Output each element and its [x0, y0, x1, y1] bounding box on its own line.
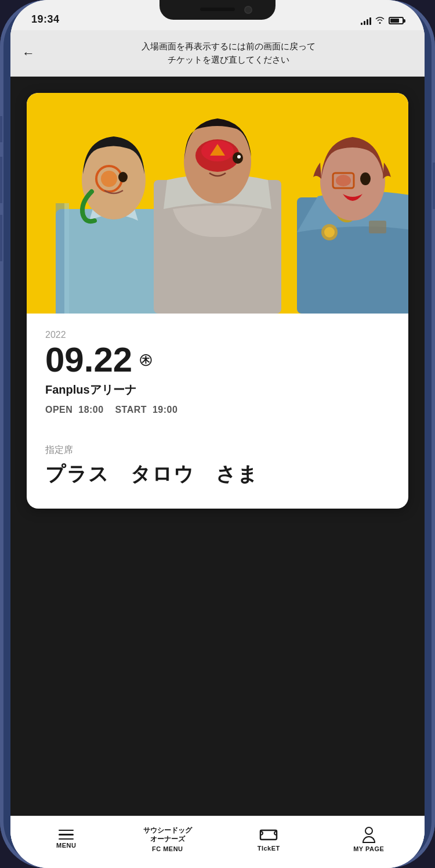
ticket-card: 2022 09.22㊍ Fanplusアリーナ OPEN 18:00 START… — [27, 93, 408, 509]
screen: 19:34 — [10, 0, 425, 868]
svg-point-24 — [324, 227, 335, 237]
svg-rect-7 — [56, 203, 64, 314]
day-bracket: ㊍ — [139, 354, 152, 366]
seat-type: 指定席 — [45, 444, 390, 456]
artist-photo — [27, 93, 408, 314]
start-label: START — [115, 405, 147, 415]
nav-fc-menu[interactable]: サウシードッグ オーナーズ FC MENU — [143, 826, 192, 852]
phone-shell: 19:34 — [0, 0, 435, 868]
svg-point-6 — [118, 172, 128, 182]
date-number: 09.22 — [45, 343, 132, 377]
bottom-nav: MENU サウシードッグ オーナーズ FC MENU — [10, 816, 425, 868]
fc-logo-line2: オーナーズ — [143, 835, 192, 843]
header-message: 入場画面を再表示するには前の画面に戻って チケットを選び直してください — [44, 40, 413, 66]
back-button[interactable]: ← — [22, 46, 35, 61]
mute-button[interactable] — [0, 116, 2, 142]
speaker — [200, 8, 235, 11]
svg-rect-8 — [64, 203, 69, 314]
hamburger-icon — [59, 830, 74, 840]
main-area: 2022 09.22㊍ Fanplusアリーナ OPEN 18:00 START… — [10, 77, 425, 816]
nav-menu[interactable]: MENU — [43, 830, 89, 849]
fc-logo-line1: サウシードッグ — [143, 826, 192, 834]
time-info: OPEN 18:00 START 19:00 — [45, 405, 390, 415]
header-line1: 入場画面を再表示するには前の画面に戻って — [142, 41, 316, 51]
power-button[interactable] — [433, 163, 435, 209]
ticket-info: 2022 09.22㊍ Fanplusアリーナ OPEN 18:00 START… — [27, 314, 408, 509]
battery-icon — [389, 17, 404, 24]
ticket-icon — [259, 827, 278, 842]
app-content: ← 入場画面を再表示するには前の画面に戻って チケットを選び直してください — [10, 30, 425, 868]
svg-point-15 — [237, 155, 241, 159]
menu-label: MENU — [56, 842, 76, 849]
status-time: 19:34 — [31, 13, 60, 26]
status-icons — [361, 16, 404, 26]
nav-ticket[interactable]: TIckET — [245, 827, 292, 852]
svg-point-5 — [101, 171, 117, 187]
svg-point-21 — [360, 172, 371, 185]
notch — [160, 0, 276, 20]
fc-menu-logo: サウシードッグ オーナーズ — [143, 826, 192, 843]
header: ← 入場画面を再表示するには前の画面に戻って チケットを選び直してください — [10, 30, 425, 77]
attendee-name: プラス タロウ さま — [45, 461, 390, 488]
ticket-year: 2022 — [45, 330, 390, 340]
ticket-date: 09.22㊍ — [45, 343, 390, 377]
svg-rect-25 — [260, 830, 277, 840]
open-label: OPEN — [45, 405, 72, 415]
venue: Fanplusアリーナ — [45, 382, 390, 398]
camera — [244, 6, 252, 14]
nav-my-page[interactable]: MY PAGE — [346, 827, 392, 852]
start-time: 19:00 — [153, 405, 177, 415]
my-page-label: MY PAGE — [353, 845, 384, 852]
fc-menu-label: FC MENU — [152, 845, 183, 852]
svg-rect-22 — [369, 221, 386, 233]
header-line2: チケットを選び直してください — [168, 55, 289, 64]
volume-up-button[interactable] — [0, 157, 2, 203]
open-time: 18:00 — [78, 405, 103, 415]
volume-down-button[interactable] — [0, 215, 2, 261]
wifi-icon — [375, 16, 385, 26]
ticket-label: TIckET — [258, 845, 280, 852]
signal-icon — [361, 17, 371, 25]
svg-point-20 — [336, 175, 351, 186]
person-icon — [362, 827, 376, 843]
